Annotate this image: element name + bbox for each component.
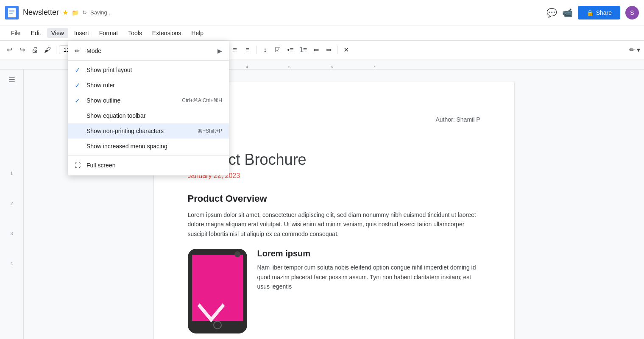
author-line: Author: Shamil P	[435, 116, 480, 123]
share-button[interactable]: 🔒 Share	[578, 6, 620, 19]
ruler-check: ✓	[75, 81, 83, 89]
editing-mode-button[interactable]: ✏ ▾	[629, 44, 641, 56]
menu-edit[interactable]: Edit	[27, 28, 45, 38]
show-equation-toolbar-item[interactable]: ✓ Show equation toolbar	[68, 108, 229, 123]
doc-title[interactable]: Newsletter	[23, 8, 59, 17]
doc-heading: Product Brochure	[188, 151, 480, 169]
doc-date: January 22, 2023	[188, 172, 480, 180]
toolbar-divider-1	[56, 46, 56, 54]
menu-file[interactable]: File	[7, 28, 25, 38]
menu-help[interactable]: Help	[187, 28, 208, 38]
full-screen-label: Full screen	[86, 162, 222, 169]
fullscreen-icon: ⛶	[75, 162, 83, 169]
align-right-button[interactable]: ≡	[229, 44, 241, 56]
page-number-1: 1	[11, 171, 13, 176]
show-print-layout-item[interactable]: ✓ Show print layout	[68, 62, 229, 78]
ruler-mark-7: 7	[373, 65, 375, 69]
numbered-list-button[interactable]: 1≡	[297, 44, 309, 56]
toolbar-divider-6	[337, 46, 337, 54]
outline-label: Show outline	[86, 97, 182, 104]
redo-button[interactable]: ↪	[16, 44, 28, 56]
increase-indent-button[interactable]: ⇒	[323, 44, 335, 56]
align-justify-button[interactable]: ≡	[242, 44, 254, 56]
star-icon[interactable]: ★	[62, 8, 68, 17]
outline-icon[interactable]: ☰	[5, 73, 19, 86]
page-number-2: 2	[11, 201, 13, 206]
show-ruler-item[interactable]: ✓ Show ruler	[68, 78, 229, 93]
dropdown-divider-1	[68, 60, 229, 61]
body-text: Lorem ipsum dolor sit amet, consectetuer…	[188, 210, 480, 239]
equation-label: Show equation toolbar	[86, 112, 222, 119]
outline-shortcut: Ctrl+⌘A Ctrl+⌘H	[182, 97, 222, 103]
bullet-list-button[interactable]: •≡	[284, 44, 296, 56]
svg-rect-4	[9, 13, 13, 14]
outline-check: ✓	[75, 97, 83, 105]
clear-format-button[interactable]: ✕	[340, 44, 352, 56]
undo-button[interactable]: ↩	[3, 44, 15, 56]
mode-icon: ✏	[75, 47, 83, 54]
ruler-mark-6: 6	[331, 65, 333, 69]
lorem-title: Lorem ipsum	[257, 249, 480, 258]
show-outline-item[interactable]: ✓ Show outline Ctrl+⌘A Ctrl+⌘H	[68, 93, 229, 108]
menu-extensions[interactable]: Extensions	[148, 28, 185, 38]
show-menu-spacing-item[interactable]: ✓ Show increased menu spacing	[68, 139, 229, 154]
print-layout-check: ✓	[75, 66, 83, 74]
non-printing-shortcut: ⌘+Shift+P	[198, 128, 222, 134]
content-row: Lorem ipsum Nam liber tempor cum soluta …	[188, 249, 480, 333]
full-screen-item[interactable]: ⛶ Full screen	[68, 158, 229, 173]
comments-icon[interactable]: 💬	[546, 8, 557, 18]
menu-mode-item[interactable]: ✏ Mode ▶	[68, 43, 229, 58]
left-sidebar: ☰ 1 2 3 4	[0, 69, 24, 339]
checklist-button[interactable]: ☑	[272, 44, 284, 56]
page-number-4: 4	[11, 261, 13, 266]
lorem-body: Nam liber tempor cum soluta nobis eleife…	[257, 263, 480, 291]
menu-insert[interactable]: Insert	[70, 28, 93, 38]
ruler-mark-4: 4	[246, 65, 248, 69]
lock-icon: 🔒	[586, 9, 594, 16]
svg-rect-2	[9, 10, 14, 11]
folder-icon[interactable]: 📁	[72, 9, 79, 16]
sync-icon: ↻	[82, 9, 87, 16]
lorem-side: Lorem ipsum Nam liber tempor cum soluta …	[257, 249, 480, 291]
view-dropdown-menu: ✏ Mode ▶ ✓ Show print layout ✓ Show rule…	[68, 41, 229, 175]
phone-camera	[234, 251, 240, 257]
paint-format-button[interactable]: 🖌	[42, 44, 53, 56]
menu-bar: File Edit View Insert Format Tools Exten…	[0, 25, 644, 41]
menu-tools[interactable]: Tools	[124, 28, 146, 38]
top-right-actions: 💬 📹 🔒 Share S	[546, 6, 639, 19]
decrease-indent-button[interactable]: ⇐	[310, 44, 322, 56]
avatar[interactable]: S	[625, 6, 639, 19]
show-non-printing-item[interactable]: ✓ Show non-printing characters ⌘+Shift+P	[68, 123, 229, 139]
menu-spacing-label: Show increased menu spacing	[86, 143, 222, 150]
svg-rect-1	[8, 8, 16, 17]
toolbar-divider-5	[256, 46, 256, 54]
phone-mockup	[188, 249, 247, 333]
mode-label: Mode	[86, 47, 217, 54]
dropdown-divider-2	[68, 156, 229, 156]
saving-text: Saving...	[90, 9, 112, 16]
non-printing-label: Show non-printing characters	[86, 128, 198, 134]
ruler-label: Show ruler	[86, 82, 222, 89]
mode-arrow: ▶	[217, 47, 222, 54]
section1-title: Product Overview	[188, 193, 480, 204]
toolbar-right: ✏ ▾	[629, 44, 641, 56]
menu-format[interactable]: Format	[95, 28, 122, 38]
menu-view[interactable]: View	[47, 28, 68, 38]
google-docs-icon	[5, 6, 19, 19]
svg-rect-3	[9, 11, 14, 12]
phone-home-button	[213, 321, 222, 329]
share-label: Share	[596, 9, 612, 16]
print-button[interactable]: 🖨	[29, 44, 41, 56]
print-layout-label: Show print layout	[86, 67, 222, 73]
line-spacing-button[interactable]: ↕	[259, 44, 271, 56]
page-number-3: 3	[11, 231, 13, 236]
doc-title-area: Newsletter ★ 📁 ↻ Saving...	[23, 8, 112, 17]
top-bar: Newsletter ★ 📁 ↻ Saving... 💬 📹 🔒 Share S	[0, 0, 644, 25]
ruler-mark-5: 5	[288, 65, 290, 69]
meet-icon[interactable]: 📹	[562, 8, 573, 18]
